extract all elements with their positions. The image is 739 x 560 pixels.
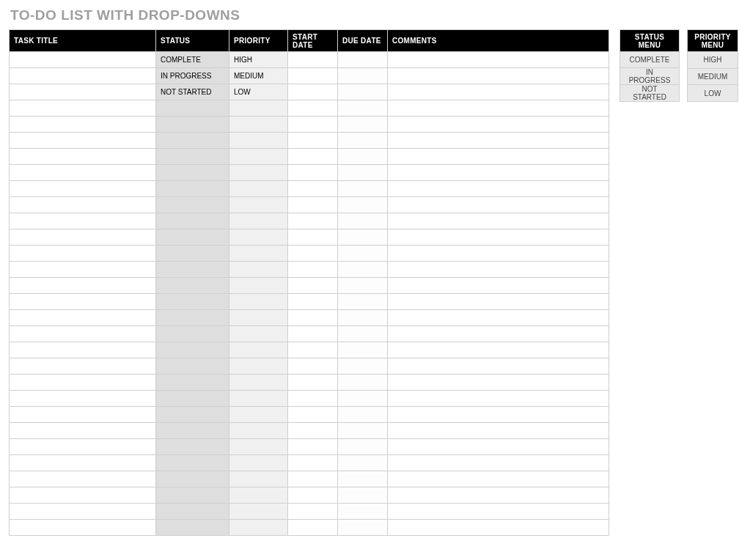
task-title-cell[interactable]: [10, 471, 156, 487]
priority-cell[interactable]: [229, 504, 288, 520]
start-date-cell[interactable]: [288, 310, 338, 326]
due-date-cell[interactable]: [338, 423, 388, 439]
due-date-cell[interactable]: [338, 133, 388, 149]
start-date-cell[interactable]: [288, 246, 338, 262]
comments-cell[interactable]: [388, 487, 609, 504]
start-date-cell[interactable]: [288, 52, 338, 68]
comments-cell[interactable]: [388, 68, 609, 84]
status-cell[interactable]: [156, 262, 229, 278]
comments-cell[interactable]: [388, 504, 609, 520]
due-date-cell[interactable]: [338, 117, 388, 133]
status-cell[interactable]: [156, 342, 229, 358]
task-title-cell[interactable]: [10, 375, 156, 391]
task-title-cell[interactable]: [10, 294, 156, 310]
due-date-cell[interactable]: [338, 407, 388, 423]
priority-cell[interactable]: [229, 391, 288, 407]
status-cell[interactable]: [156, 423, 229, 439]
due-date-cell[interactable]: [338, 504, 388, 520]
start-date-cell[interactable]: [288, 407, 338, 423]
start-date-cell[interactable]: [288, 100, 338, 117]
priority-menu-option[interactable]: HIGH: [688, 52, 738, 69]
comments-cell[interactable]: [388, 342, 609, 358]
status-menu-option[interactable]: NOT STARTED: [620, 85, 680, 102]
comments-cell[interactable]: [388, 133, 609, 149]
start-date-cell[interactable]: [288, 471, 338, 487]
due-date-cell[interactable]: [338, 213, 388, 229]
priority-cell[interactable]: [229, 246, 288, 262]
task-title-cell[interactable]: [10, 100, 156, 117]
comments-cell[interactable]: [388, 407, 609, 423]
due-date-cell[interactable]: [338, 149, 388, 165]
due-date-cell[interactable]: [338, 229, 388, 246]
task-title-cell[interactable]: [10, 407, 156, 423]
comments-cell[interactable]: [388, 310, 609, 326]
priority-cell[interactable]: [229, 197, 288, 213]
start-date-cell[interactable]: [288, 149, 338, 165]
task-title-cell[interactable]: [10, 229, 156, 246]
task-title-cell[interactable]: [10, 84, 156, 100]
priority-cell[interactable]: [229, 133, 288, 149]
task-title-cell[interactable]: [10, 520, 156, 536]
task-title-cell[interactable]: [10, 213, 156, 229]
comments-cell[interactable]: [388, 358, 609, 375]
status-cell[interactable]: [156, 294, 229, 310]
start-date-cell[interactable]: [288, 520, 338, 536]
status-cell[interactable]: [156, 407, 229, 423]
due-date-cell[interactable]: [338, 197, 388, 213]
task-title-cell[interactable]: [10, 52, 156, 68]
priority-cell[interactable]: [229, 100, 288, 117]
task-title-cell[interactable]: [10, 246, 156, 262]
due-date-cell[interactable]: [338, 310, 388, 326]
due-date-cell[interactable]: [338, 439, 388, 455]
task-title-cell[interactable]: [10, 181, 156, 197]
comments-cell[interactable]: [388, 84, 609, 100]
comments-cell[interactable]: [388, 149, 609, 165]
priority-cell[interactable]: [229, 278, 288, 294]
comments-cell[interactable]: [388, 100, 609, 117]
status-cell[interactable]: [156, 391, 229, 407]
status-cell[interactable]: [156, 375, 229, 391]
priority-cell[interactable]: [229, 358, 288, 375]
priority-cell[interactable]: [229, 375, 288, 391]
status-cell[interactable]: [156, 100, 229, 117]
status-cell[interactable]: [156, 487, 229, 504]
start-date-cell[interactable]: [288, 213, 338, 229]
start-date-cell[interactable]: [288, 68, 338, 84]
priority-cell[interactable]: LOW: [229, 84, 288, 100]
start-date-cell[interactable]: [288, 133, 338, 149]
task-title-cell[interactable]: [10, 342, 156, 358]
start-date-cell[interactable]: [288, 358, 338, 375]
status-cell[interactable]: NOT STARTED: [156, 84, 229, 100]
start-date-cell[interactable]: [288, 487, 338, 504]
comments-cell[interactable]: [388, 391, 609, 407]
task-title-cell[interactable]: [10, 165, 156, 181]
priority-cell[interactable]: [229, 213, 288, 229]
task-title-cell[interactable]: [10, 197, 156, 213]
comments-cell[interactable]: [388, 117, 609, 133]
comments-cell[interactable]: [388, 375, 609, 391]
comments-cell[interactable]: [388, 262, 609, 278]
comments-cell[interactable]: [388, 326, 609, 342]
start-date-cell[interactable]: [288, 229, 338, 246]
due-date-cell[interactable]: [338, 68, 388, 84]
comments-cell[interactable]: [388, 439, 609, 455]
comments-cell[interactable]: [388, 181, 609, 197]
due-date-cell[interactable]: [338, 181, 388, 197]
due-date-cell[interactable]: [338, 391, 388, 407]
priority-cell[interactable]: [229, 117, 288, 133]
priority-cell[interactable]: [229, 181, 288, 197]
task-title-cell[interactable]: [10, 391, 156, 407]
task-title-cell[interactable]: [10, 262, 156, 278]
priority-cell[interactable]: MEDIUM: [229, 68, 288, 84]
priority-cell[interactable]: [229, 471, 288, 487]
status-cell[interactable]: [156, 358, 229, 375]
start-date-cell[interactable]: [288, 165, 338, 181]
due-date-cell[interactable]: [338, 52, 388, 68]
priority-menu-option[interactable]: LOW: [688, 85, 738, 102]
start-date-cell[interactable]: [288, 504, 338, 520]
due-date-cell[interactable]: [338, 294, 388, 310]
status-cell[interactable]: [156, 246, 229, 262]
status-cell[interactable]: [156, 310, 229, 326]
start-date-cell[interactable]: [288, 181, 338, 197]
status-cell[interactable]: COMPLETE: [156, 52, 229, 68]
